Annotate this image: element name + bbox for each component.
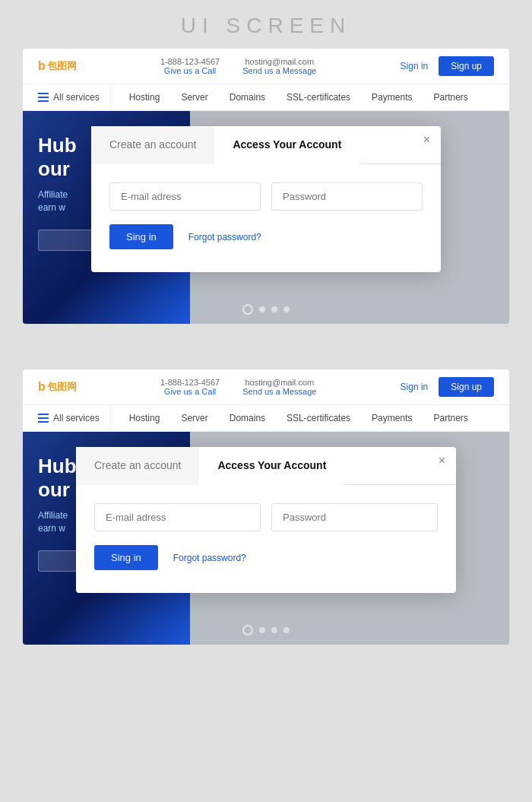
nav-item-payments-2[interactable]: Payments bbox=[361, 405, 423, 431]
password-input-2[interactable] bbox=[271, 503, 438, 531]
modal-fields bbox=[109, 182, 423, 211]
modal-body-2: Sing in Forgot password? bbox=[76, 485, 456, 570]
header-contact: 1-888-123-4567 Give us a Call hosting@ma… bbox=[160, 57, 317, 75]
tab-access-account[interactable]: Access Your Account bbox=[214, 126, 359, 164]
forgot-password-link-2[interactable]: Forgot password? bbox=[173, 553, 246, 563]
message-link-2[interactable]: Send us a Message bbox=[242, 387, 316, 396]
logo-2: b 包图网 bbox=[38, 380, 77, 394]
message-link[interactable]: Send us a Message bbox=[242, 66, 316, 75]
modal-tabs: Create an account Access Your Account bbox=[91, 126, 441, 164]
call-link[interactable]: Give us a Call bbox=[160, 66, 220, 75]
tab-create-account[interactable]: Create an account bbox=[91, 126, 214, 164]
tab-access-account-2[interactable]: Access Your Account bbox=[199, 447, 344, 485]
call-link-2[interactable]: Give us a Call bbox=[160, 387, 220, 396]
header-2: b 包图网 1-888-123-4567 Give us a Call host… bbox=[23, 369, 509, 405]
modal-actions-2: Sing in Forgot password? bbox=[94, 545, 438, 570]
navigation: All services Hosting Server Domains SSL-… bbox=[23, 84, 509, 111]
page-title: UI SCREEN bbox=[0, 0, 532, 49]
header-contact-2: 1-888-123-4567 Give us a Call hosting@ma… bbox=[160, 378, 317, 396]
email-address: hosting@mail.com bbox=[245, 57, 315, 66]
nav-item-partners-2[interactable]: Partners bbox=[423, 405, 478, 431]
nav-item-server-2[interactable]: Server bbox=[170, 405, 218, 431]
email-block: hosting@mail.com Send us a Message bbox=[242, 57, 316, 75]
modal-overlay-2: × Create an account Access Your Account … bbox=[23, 432, 509, 645]
email-block-2: hosting@mail.com Send us a Message bbox=[242, 378, 316, 396]
header-right-2: Sign in Sign up bbox=[401, 377, 494, 397]
content-area-2: Hubour Affiliateearn w × Create an accou… bbox=[23, 432, 509, 645]
forgot-password-link[interactable]: Forgot password? bbox=[188, 232, 261, 243]
nav-item-partners[interactable]: Partners bbox=[423, 84, 478, 110]
phone-number: 1-888-123-4567 bbox=[160, 57, 220, 66]
logo: b 包图网 bbox=[38, 59, 77, 73]
sign-in-link-2[interactable]: Sign in bbox=[401, 382, 429, 392]
nav-item-domains-2[interactable]: Domains bbox=[219, 405, 276, 431]
sign-in-link[interactable]: Sign in bbox=[401, 61, 429, 71]
spacer bbox=[0, 347, 532, 369]
modal-2: × Create an account Access Your Account … bbox=[76, 447, 456, 593]
tab-create-account-2[interactable]: Create an account bbox=[76, 447, 199, 485]
logo-b-2: b bbox=[38, 380, 46, 394]
nav-item-payments[interactable]: Payments bbox=[361, 84, 423, 110]
email-input-2[interactable] bbox=[94, 503, 261, 531]
modal-close-button-2[interactable]: × bbox=[439, 455, 445, 467]
sign-up-button[interactable]: Sign up bbox=[439, 56, 494, 76]
signin-button-2[interactable]: Sing in bbox=[94, 545, 158, 570]
email-address-2: hosting@mail.com bbox=[245, 378, 315, 387]
modal-actions: Sing in Forgot password? bbox=[109, 224, 423, 249]
content-area-1: Hubour Affiliateearn w × Create an accou… bbox=[23, 111, 509, 324]
modal-close-button[interactable]: × bbox=[423, 134, 430, 146]
nav-items: Hosting Server Domains SSL-certificates … bbox=[119, 84, 479, 110]
logo-text-2: 包图网 bbox=[47, 380, 77, 394]
logo-text: 包图网 bbox=[47, 59, 77, 73]
hamburger-icon-2 bbox=[38, 414, 49, 423]
modal-overlay-1: × Create an account Access Your Account … bbox=[23, 111, 509, 324]
nav-item-ssl-2[interactable]: SSL-certificates bbox=[276, 405, 361, 431]
header-right: Sign in Sign up bbox=[401, 56, 494, 76]
phone-number-2: 1-888-123-4567 bbox=[160, 378, 220, 387]
all-services-label: All services bbox=[53, 92, 100, 103]
ui-block-2: b 包图网 1-888-123-4567 Give us a Call host… bbox=[23, 369, 509, 645]
header: b 包图网 1-888-123-4567 Give us a Call host… bbox=[23, 49, 509, 84]
nav-item-hosting[interactable]: Hosting bbox=[119, 84, 171, 110]
modal-tabs-2: Create an account Access Your Account bbox=[76, 447, 456, 485]
nav-all-services[interactable]: All services bbox=[38, 84, 111, 110]
all-services-label-2: All services bbox=[53, 413, 100, 423]
nav-item-hosting-2[interactable]: Hosting bbox=[119, 405, 171, 431]
logo-b: b bbox=[38, 59, 46, 73]
modal-fields-2 bbox=[94, 503, 438, 531]
phone-block: 1-888-123-4567 Give us a Call bbox=[160, 57, 220, 75]
modal-body: Sing in Forgot password? bbox=[91, 164, 441, 249]
modal-1: × Create an account Access Your Account … bbox=[91, 126, 441, 272]
signin-button[interactable]: Sing in bbox=[109, 224, 173, 249]
sign-up-button-2[interactable]: Sign up bbox=[439, 377, 494, 397]
nav-item-ssl[interactable]: SSL-certificates bbox=[276, 84, 361, 110]
email-input[interactable] bbox=[109, 182, 261, 211]
nav-all-services-2[interactable]: All services bbox=[38, 405, 111, 431]
navigation-2: All services Hosting Server Domains SSL-… bbox=[23, 405, 509, 432]
hamburger-icon bbox=[38, 93, 49, 102]
phone-block-2: 1-888-123-4567 Give us a Call bbox=[160, 378, 220, 396]
nav-items-2: Hosting Server Domains SSL-certificates … bbox=[119, 405, 479, 431]
nav-item-domains[interactable]: Domains bbox=[219, 84, 276, 110]
password-input[interactable] bbox=[271, 182, 423, 211]
ui-block-1: b 包图网 1-888-123-4567 Give us a Call host… bbox=[23, 49, 509, 324]
nav-item-server[interactable]: Server bbox=[170, 84, 218, 110]
